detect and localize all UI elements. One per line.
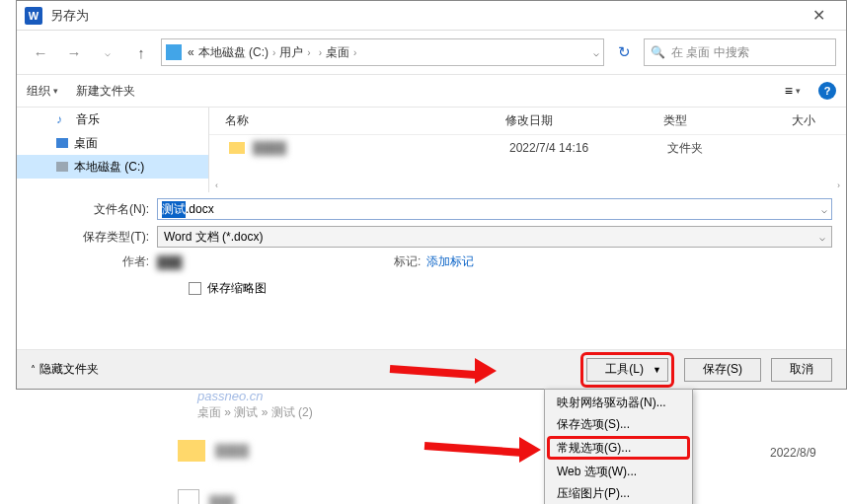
file-date: 2022/7/4 14:16 <box>509 141 667 155</box>
checkbox-icon <box>189 282 201 295</box>
bg-file-row: ████ <box>178 440 249 462</box>
sidebar-item-desktop[interactable]: 桌面 <box>17 131 208 155</box>
search-icon: 🔍 <box>651 45 665 59</box>
save-as-dialog: W 另存为 ✕ ← → ⌵ ↑ « 本地磁盘 (C:) › 用户 › › 桌面 … <box>16 0 847 390</box>
bg-file-row: ███ <box>178 489 235 504</box>
save-button[interactable]: 保存(S) <box>684 358 761 382</box>
col-size[interactable]: 大小 <box>792 112 846 129</box>
up-button[interactable]: ↑ <box>127 38 155 66</box>
filename-selected: 测试 <box>162 201 186 218</box>
music-icon: ♪ <box>56 112 70 126</box>
cancel-button[interactable]: 取消 <box>771 358 832 382</box>
menu-map-network-drive[interactable]: 映射网络驱动器(N)... <box>547 392 690 413</box>
thumbnail-label: 保存缩略图 <box>207 280 267 297</box>
navbar: ← → ⌵ ↑ « 本地磁盘 (C:) › 用户 › › 桌面 › ⌵ ↻ 🔍 … <box>17 31 846 74</box>
bg-date: 2022/8/9 <box>770 446 816 460</box>
menu-compress-pictures[interactable]: 压缩图片(P)... <box>547 482 690 504</box>
chevron-down-icon: ⌵ <box>819 232 825 243</box>
save-thumbnail-checkbox[interactable]: 保存缩略图 <box>189 280 832 297</box>
col-name[interactable]: 名称 <box>209 112 505 129</box>
bc-overflow[interactable]: « <box>188 45 194 59</box>
view-mode-button[interactable]: ≡ ▾ <box>785 83 801 99</box>
tools-highlight: 工具(L) ▼ <box>580 352 674 388</box>
column-headers: 名称 修改日期 类型 大小 <box>209 108 846 135</box>
chevron-right-icon: › <box>353 47 356 58</box>
breadcrumb[interactable]: « 本地磁盘 (C:) › 用户 › › 桌面 › ⌵ <box>161 38 604 66</box>
filetype-select[interactable]: Word 文档 (*.docx) ⌵ <box>157 226 832 248</box>
filetype-value: Word 文档 (*.docx) <box>164 229 263 246</box>
refresh-button[interactable]: ↻ <box>610 38 638 66</box>
filename-ext: .docx <box>186 202 214 216</box>
filetype-label: 保存类型(T): <box>31 229 157 246</box>
back-button[interactable]: ← <box>27 38 54 66</box>
hide-folders-toggle[interactable]: ˄ 隐藏文件夹 <box>31 361 99 378</box>
search-input[interactable]: 🔍 在 桌面 中搜索 <box>644 38 836 66</box>
file-pane: 名称 修改日期 类型 大小 ████ 2022/7/4 14:16 文件夹 ‹› <box>209 108 846 192</box>
chevron-right-icon: › <box>307 47 310 58</box>
menu-save-options[interactable]: 保存选项(S)... <box>547 413 690 435</box>
help-button[interactable]: ? <box>818 82 836 100</box>
form-area: 文件名(N): 测试.docx ⌵ 保存类型(T): Word 文档 (*.do… <box>17 192 846 305</box>
chevron-down-icon: ▼ <box>653 365 661 375</box>
close-button[interactable]: ✕ <box>799 6 838 25</box>
forward-button[interactable]: → <box>60 38 88 66</box>
chevron-up-icon: ˄ <box>31 364 36 375</box>
chevron-right-icon: › <box>272 47 275 58</box>
word-icon: W <box>25 7 42 25</box>
sidebar-item-local-disk[interactable]: 本地磁盘 (C:) <box>17 155 208 179</box>
chevron-down-icon[interactable]: ⌵ <box>821 204 827 215</box>
col-date[interactable]: 修改日期 <box>505 112 663 129</box>
nav-sidebar: ♪ 音乐 桌面 本地磁盘 (C:) <box>17 108 209 192</box>
toolbar: 组织 ▾ 新建文件夹 ≡ ▾ ? <box>17 74 846 108</box>
scroll-hint[interactable]: ‹› <box>209 180 846 192</box>
body-split: ♪ 音乐 桌面 本地磁盘 (C:) 名称 修改日期 类型 大小 ████ <box>17 108 846 192</box>
bc-seg[interactable]: 本地磁盘 (C:) <box>198 44 269 61</box>
file-row[interactable]: ████ 2022/7/4 14:16 文件夹 <box>209 135 846 161</box>
hide-folders-label: 隐藏文件夹 <box>39 361 99 378</box>
bg-breadcrumb: 桌面 » 测试 » 测试 (2) <box>197 404 313 421</box>
author-label: 作者: <box>31 253 157 270</box>
chevron-right-icon: › <box>319 47 322 58</box>
list-view-icon: ≡ <box>785 83 793 99</box>
author-value[interactable]: ███ <box>157 255 226 269</box>
file-type: 文件夹 <box>667 140 796 157</box>
col-type[interactable]: 类型 <box>663 112 792 129</box>
sidebar-item-label: 桌面 <box>74 135 98 152</box>
bottom-bar: ˄ 隐藏文件夹 工具(L) ▼ 保存(S) 取消 <box>17 349 846 389</box>
chevron-down-icon: ▾ <box>796 86 801 96</box>
sidebar-item-music[interactable]: ♪ 音乐 <box>17 108 208 131</box>
recent-dropdown[interactable]: ⌵ <box>94 38 121 66</box>
bc-seg[interactable]: 桌面 <box>326 44 349 61</box>
desktop-icon <box>56 138 68 148</box>
filename-label: 文件名(N): <box>31 201 157 218</box>
background-explorer: passneo.cn 桌面 » 测试 » 测试 (2) ████ 2022/8/… <box>99 391 847 504</box>
menu-general-options[interactable]: 常规选项(G)... <box>547 436 690 460</box>
file-icon <box>178 489 199 504</box>
add-tag-link[interactable]: 添加标记 <box>426 253 474 270</box>
folder-icon <box>229 142 245 154</box>
disk-icon <box>166 44 182 60</box>
bc-dropdown[interactable]: ⌵ <box>593 47 599 58</box>
disk-icon <box>56 162 68 172</box>
bc-seg[interactable]: 用户 <box>279 44 303 61</box>
dialog-title: 另存为 <box>50 7 799 25</box>
organize-button[interactable]: 组织 ▾ <box>27 83 58 100</box>
tools-button[interactable]: 工具(L) ▼ <box>586 358 668 382</box>
sidebar-item-label: 音乐 <box>76 111 100 128</box>
tools-dropdown: 映射网络驱动器(N)... 保存选项(S)... 常规选项(G)... Web … <box>544 389 693 504</box>
chevron-down-icon: ▾ <box>53 86 58 96</box>
new-folder-button[interactable]: 新建文件夹 <box>76 83 135 100</box>
tags-label: 标记: <box>394 253 421 270</box>
sidebar-item-label: 本地磁盘 (C:) <box>74 159 144 176</box>
watermark: passneo.cn <box>197 389 264 403</box>
menu-web-options[interactable]: Web 选项(W)... <box>547 461 690 482</box>
filename-input[interactable]: 测试.docx ⌵ <box>157 198 832 220</box>
search-placeholder: 在 桌面 中搜索 <box>671 44 749 61</box>
titlebar: W 另存为 ✕ <box>17 1 846 31</box>
folder-icon <box>178 440 205 462</box>
